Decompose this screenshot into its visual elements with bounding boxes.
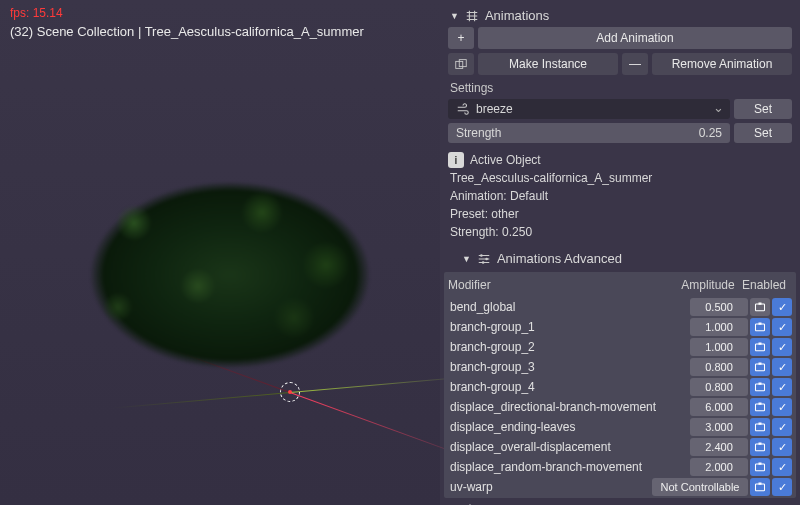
enabled-checkbox[interactable]: ✓	[772, 318, 792, 336]
visibility-toggle[interactable]	[750, 318, 770, 336]
svg-point-3	[485, 257, 488, 260]
modifier-row: branch-group_30.800✓	[444, 358, 796, 378]
active-object-animation: Animation: Default	[450, 187, 790, 205]
amplitude-field[interactable]: 3.000	[690, 418, 748, 436]
enabled-checkbox[interactable]: ✓	[772, 378, 792, 396]
modifier-row: branch-group_40.800✓	[444, 378, 796, 398]
visibility-toggle[interactable]	[750, 378, 770, 396]
add-animation-button[interactable]: Add Animation	[478, 27, 792, 49]
preset-value: breeze	[476, 102, 513, 116]
active-object-preset: Preset: other	[450, 205, 790, 223]
visibility-toggle[interactable]	[750, 418, 770, 436]
modifier-row: branch-group_11.000✓	[444, 318, 796, 338]
tree-mesh[interactable]	[50, 150, 410, 400]
scene-collection-label: (32) Scene Collection | Tree_Aesculus-ca…	[10, 24, 364, 39]
sliders-icon	[477, 252, 491, 266]
svg-rect-12	[759, 363, 762, 365]
enabled-checkbox[interactable]: ✓	[772, 478, 792, 496]
enabled-checkbox[interactable]: ✓	[772, 438, 792, 456]
visibility-toggle[interactable]	[750, 438, 770, 456]
modifier-name: branch-group_3	[448, 360, 688, 374]
visibility-toggle[interactable]	[750, 478, 770, 496]
col-enabled: Enabled	[740, 278, 788, 292]
modifier-name: branch-group_2	[448, 340, 688, 354]
svg-rect-7	[756, 324, 765, 331]
visibility-toggle[interactable]	[750, 338, 770, 356]
svg-rect-21	[756, 464, 765, 471]
enabled-checkbox[interactable]: ✓	[772, 458, 792, 476]
viewport-3d[interactable]: fps: 15.14 (32) Scene Collection | Tree_…	[0, 0, 440, 505]
svg-rect-14	[759, 383, 762, 385]
col-amplitude: Amplitude	[676, 278, 740, 292]
svg-rect-17	[756, 424, 765, 431]
modifier-name: displace_overall-displacement	[448, 440, 688, 454]
modifier-row: bend_global0.500✓	[444, 298, 796, 318]
visibility-toggle[interactable]	[750, 358, 770, 376]
enabled-checkbox[interactable]: ✓	[772, 358, 792, 376]
amplitude-field[interactable]: 1.000	[690, 338, 748, 356]
modifier-row: branch-group_21.000✓	[444, 338, 796, 358]
modifier-row: displace_ending-leaves3.000✓	[444, 418, 796, 438]
enabled-checkbox[interactable]: ✓	[772, 418, 792, 436]
visibility-toggle[interactable]	[750, 458, 770, 476]
enabled-checkbox[interactable]: ✓	[772, 298, 792, 316]
svg-rect-24	[759, 483, 762, 485]
svg-rect-22	[759, 463, 762, 465]
svg-rect-11	[756, 364, 765, 371]
amplitude-field[interactable]: 6.000	[690, 398, 748, 416]
scatter-section-header[interactable]: ▶ Scatter	[444, 498, 796, 505]
amplitude-field[interactable]: 0.800	[690, 378, 748, 396]
strength-field[interactable]: Strength 0.25	[448, 123, 730, 143]
modifier-row: displace_directional-branch-movement6.00…	[444, 398, 796, 418]
advanced-table: Modifier Amplitude Enabled bend_global0.…	[444, 272, 796, 498]
modifier-row: uv-warpNot Controllable✓	[444, 478, 796, 498]
svg-rect-20	[759, 443, 762, 445]
svg-rect-8	[759, 323, 762, 325]
animations-section-header[interactable]: ▼ Animations	[444, 4, 796, 27]
amplitude-field[interactable]: 2.400	[690, 438, 748, 456]
preset-set-button[interactable]: Set	[734, 99, 792, 119]
enabled-checkbox[interactable]: ✓	[772, 398, 792, 416]
amplitude-field[interactable]: 0.800	[690, 358, 748, 376]
modifier-name: branch-group_4	[448, 380, 688, 394]
add-animation-plus-button[interactable]: +	[448, 27, 474, 49]
enabled-checkbox[interactable]: ✓	[772, 338, 792, 356]
modifier-row: displace_overall-displacement2.400✓	[444, 438, 796, 458]
instance-icon-button[interactable]	[448, 53, 474, 75]
disclosure-down-icon: ▼	[450, 11, 459, 21]
visibility-toggle[interactable]	[750, 298, 770, 316]
active-object-heading: i Active Object	[448, 151, 790, 169]
strength-set-button[interactable]: Set	[734, 123, 792, 143]
remove-animation-button[interactable]: Remove Animation	[652, 53, 792, 75]
animations-advanced-header[interactable]: ▼ Animations Advanced	[444, 247, 796, 270]
modifier-name: branch-group_1	[448, 320, 688, 334]
modifier-name: bend_global	[448, 300, 688, 314]
settings-label: Settings	[448, 79, 792, 99]
fps-counter: fps: 15.14	[10, 6, 63, 20]
svg-point-2	[480, 254, 483, 257]
animations-advanced-title: Animations Advanced	[497, 251, 622, 266]
svg-rect-19	[756, 444, 765, 451]
properties-panel: ▼ Animations + Add Animation Make Instan…	[440, 0, 800, 505]
animations-icon	[465, 9, 479, 23]
disclosure-down-icon: ▼	[462, 254, 471, 264]
svg-rect-10	[759, 343, 762, 345]
cursor-3d-icon	[280, 382, 300, 402]
col-modifier: Modifier	[448, 278, 676, 292]
amplitude-field[interactable]: 0.500	[690, 298, 748, 316]
modifier-name: uv-warp	[448, 480, 650, 494]
amplitude-field[interactable]: 1.000	[690, 318, 748, 336]
preset-dropdown[interactable]: breeze	[448, 99, 730, 119]
svg-point-4	[482, 261, 485, 264]
remove-animation-minus-button[interactable]: —	[622, 53, 648, 75]
visibility-toggle[interactable]	[750, 398, 770, 416]
strength-value: 0.25	[699, 126, 722, 140]
instance-icon	[454, 57, 468, 71]
wind-icon	[456, 102, 470, 116]
svg-rect-6	[759, 303, 762, 305]
amplitude-not-controllable: Not Controllable	[652, 478, 748, 496]
svg-rect-9	[756, 344, 765, 351]
amplitude-field[interactable]: 2.000	[690, 458, 748, 476]
strength-label: Strength	[456, 126, 501, 140]
make-instance-button[interactable]: Make Instance	[478, 53, 618, 75]
